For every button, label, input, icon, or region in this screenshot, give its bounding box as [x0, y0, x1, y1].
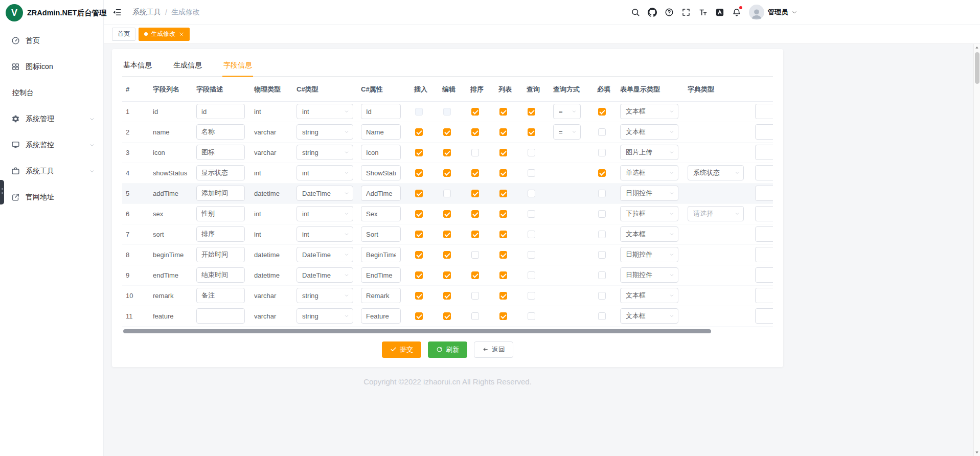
edit-checkbox[interactable] — [443, 128, 451, 136]
edit-checkbox[interactable] — [443, 292, 451, 300]
field-desc-input[interactable] — [196, 186, 245, 201]
settings-drawer-handle[interactable] — [0, 180, 4, 204]
cs-attr-input[interactable] — [361, 104, 401, 119]
scroll-down-arrow[interactable] — [974, 449, 980, 456]
field-desc-input[interactable] — [196, 206, 245, 221]
cs-type-select[interactable]: string — [297, 288, 353, 303]
edit-checkbox[interactable] — [443, 312, 451, 320]
cs-attr-input[interactable] — [361, 247, 401, 262]
required-checkbox[interactable] — [598, 128, 606, 136]
list-checkbox[interactable] — [499, 190, 507, 197]
extra-input[interactable] — [755, 124, 773, 140]
scrollbar-thumb[interactable] — [975, 52, 979, 84]
edit-checkbox[interactable] — [443, 251, 451, 259]
extra-input[interactable] — [755, 226, 773, 242]
list-checkbox[interactable] — [499, 210, 507, 218]
sort-checkbox[interactable] — [471, 169, 479, 177]
notification-icon[interactable] — [732, 7, 742, 17]
cs-type-select[interactable]: int — [297, 226, 353, 242]
cs-attr-input[interactable] — [361, 206, 401, 221]
extra-input[interactable] — [755, 288, 773, 303]
extra-input[interactable] — [755, 165, 773, 180]
cs-attr-input[interactable] — [361, 124, 401, 140]
scroll-up-arrow[interactable] — [974, 44, 980, 51]
edit-checkbox[interactable] — [443, 169, 451, 177]
display-type-select[interactable]: 单选框 — [620, 165, 678, 180]
required-checkbox[interactable] — [598, 210, 606, 218]
display-type-select[interactable]: 日期控件 — [620, 267, 678, 283]
display-type-select[interactable]: 下拉框 — [620, 206, 678, 221]
required-checkbox[interactable] — [598, 169, 606, 177]
back-button[interactable]: 返回 — [474, 341, 513, 358]
list-checkbox[interactable] — [499, 128, 507, 136]
insert-checkbox[interactable] — [415, 271, 423, 279]
query-mode-select[interactable]: = — [553, 124, 581, 140]
cs-type-select[interactable]: int — [297, 104, 353, 119]
required-checkbox[interactable] — [598, 190, 606, 197]
list-checkbox[interactable] — [499, 312, 507, 320]
field-desc-input[interactable] — [196, 124, 245, 140]
display-type-select[interactable]: 文本框 — [620, 288, 678, 303]
breadcrumb-item[interactable]: 系统工具 — [132, 8, 161, 17]
list-checkbox[interactable] — [499, 108, 507, 116]
display-type-select[interactable]: 日期控件 — [620, 186, 678, 201]
cs-type-select[interactable]: string — [297, 145, 353, 160]
display-type-select[interactable]: 文本框 — [620, 308, 678, 324]
display-type-select[interactable]: 文本框 — [620, 124, 678, 140]
sidebar-item-website[interactable]: 官网地址 — [0, 184, 103, 210]
extra-input[interactable] — [755, 206, 773, 221]
sort-checkbox[interactable] — [471, 231, 479, 238]
user-menu[interactable]: 管理员 — [749, 5, 797, 20]
field-desc-input[interactable] — [196, 226, 245, 242]
list-checkbox[interactable] — [499, 251, 507, 259]
tag-gen-edit[interactable]: 生成修改 — [139, 28, 190, 41]
insert-checkbox[interactable] — [415, 231, 423, 238]
required-checkbox[interactable] — [598, 312, 606, 320]
insert-checkbox[interactable] — [415, 169, 423, 177]
submit-button[interactable]: 提交 — [382, 341, 421, 358]
dict-type-select[interactable]: 请选择 — [688, 206, 744, 221]
query-checkbox[interactable] — [528, 271, 535, 279]
cs-type-select[interactable]: string — [297, 124, 353, 140]
cs-attr-input[interactable] — [361, 226, 401, 242]
cs-type-select[interactable]: DateTime — [297, 186, 353, 201]
query-checkbox[interactable] — [528, 190, 535, 197]
tab-fields[interactable]: 字段信息 — [222, 56, 253, 77]
query-checkbox[interactable] — [528, 312, 535, 320]
query-checkbox[interactable] — [528, 210, 535, 218]
cs-attr-input[interactable] — [361, 145, 401, 160]
edit-checkbox[interactable] — [443, 210, 451, 218]
cs-type-select[interactable]: int — [297, 206, 353, 221]
tab-basic[interactable]: 基本信息 — [122, 56, 153, 77]
field-desc-input[interactable] — [196, 145, 245, 160]
list-checkbox[interactable] — [499, 231, 507, 238]
sort-checkbox[interactable] — [471, 271, 479, 279]
app-logo[interactable]: V ZRAdmin.NET后台管理 — [0, 0, 103, 26]
required-checkbox[interactable] — [598, 251, 606, 259]
sidebar-item-console[interactable]: 控制台 — [0, 80, 103, 106]
extra-input[interactable] — [755, 186, 773, 201]
required-checkbox[interactable] — [598, 231, 606, 238]
display-type-select[interactable]: 图片上传 — [620, 145, 678, 160]
required-checkbox[interactable] — [598, 149, 606, 156]
query-checkbox[interactable] — [528, 149, 535, 156]
required-checkbox[interactable] — [598, 271, 606, 279]
sidebar-item-system-tools[interactable]: 系统工具 — [0, 158, 103, 184]
edit-checkbox[interactable] — [443, 231, 451, 238]
insert-checkbox[interactable] — [415, 149, 423, 156]
display-type-select[interactable]: 文本框 — [620, 226, 678, 242]
list-checkbox[interactable] — [499, 271, 507, 279]
extra-input[interactable] — [755, 247, 773, 262]
font-size-icon[interactable] — [698, 7, 708, 17]
insert-checkbox[interactable] — [415, 128, 423, 136]
cs-type-select[interactable]: DateTime — [297, 267, 353, 283]
list-checkbox[interactable] — [499, 169, 507, 177]
query-checkbox[interactable] — [528, 251, 535, 259]
list-checkbox[interactable] — [499, 149, 507, 156]
extra-input[interactable] — [755, 104, 773, 119]
field-desc-input[interactable] — [196, 104, 245, 119]
sort-checkbox[interactable] — [471, 128, 479, 136]
insert-checkbox[interactable] — [415, 312, 423, 320]
cs-type-select[interactable]: int — [297, 165, 353, 180]
close-icon[interactable] — [179, 32, 184, 37]
